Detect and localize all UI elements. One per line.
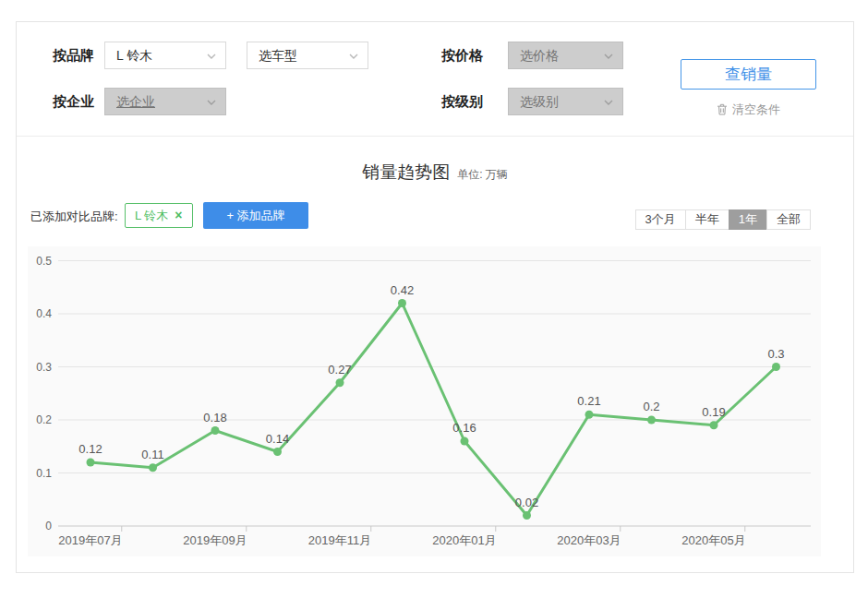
chart-data-point[interactable] <box>647 416 656 425</box>
range-button-halfyear[interactable]: 半年 <box>685 209 729 230</box>
time-range-group: 3个月 半年 1年 全部 <box>636 209 811 230</box>
chart-point-label: 0.27 <box>328 363 351 377</box>
chart-data-point[interactable] <box>585 411 594 419</box>
chart-data-point[interactable] <box>336 378 344 387</box>
add-brand-button[interactable]: + 添加品牌 <box>203 202 308 229</box>
brand-filter-label: 按品牌 <box>53 42 94 69</box>
price-filter-label: 按价格 <box>441 42 483 69</box>
chart-point-label: 0.18 <box>203 411 226 425</box>
chart-point-label: 0.19 <box>702 405 725 419</box>
chart-y-tick-label: 0.3 <box>36 361 52 374</box>
model-select-placeholder: 选车型 <box>259 48 297 63</box>
chart-x-tick-label: 2020年05月 <box>681 533 745 547</box>
chart-data-point[interactable] <box>149 463 157 472</box>
chart-data-point[interactable] <box>87 459 95 467</box>
level-select-disabled: 选级别 <box>508 88 623 115</box>
chart-y-tick-label: 0.4 <box>36 307 52 320</box>
chart-x-tick-label: 2019年09月 <box>183 533 247 547</box>
chart-point-label: 0.11 <box>141 448 163 461</box>
chart-x-tick-label: 2020年01月 <box>432 533 496 547</box>
company-filter-label: 按企业 <box>53 88 94 115</box>
price-select-disabled: 选价格 <box>508 42 623 69</box>
chart-point-label: 0.21 <box>577 394 600 408</box>
chart-y-tick-label: 0 <box>45 520 52 532</box>
chart-data-point[interactable] <box>398 299 406 307</box>
chart-x-tick-label: 2019年07月 <box>58 533 122 547</box>
filter-section: 按品牌 L 铃木 选车型 按价格 选价格 按企业 选企业 按级别 选级别 查销量… <box>17 22 853 137</box>
chart-data-point[interactable] <box>710 421 718 429</box>
chart-plot-background <box>28 246 821 556</box>
range-button-all[interactable]: 全部 <box>766 209 811 230</box>
brand-select-value: L 铃木 <box>116 48 152 63</box>
chart-x-tick-label: 2020年03月 <box>557 533 621 547</box>
chart-data-point[interactable] <box>461 437 469 446</box>
chart-y-tick-label: 0.5 <box>36 255 52 268</box>
model-select[interactable]: 选车型 <box>247 42 368 69</box>
tag-close-icon[interactable]: × <box>175 208 182 222</box>
chart-data-point[interactable] <box>211 426 220 435</box>
chart-point-label: 0.2 <box>643 400 659 413</box>
level-select-placeholder: 选级别 <box>520 94 559 109</box>
chart-unit-label: 单位: 万辆 <box>457 168 508 181</box>
brand-tag: L 铃木× <box>125 203 193 228</box>
range-button-3months[interactable]: 3个月 <box>635 209 686 230</box>
chevron-down-icon <box>349 54 358 59</box>
chart-canvas: 00.10.20.30.40.52019年07月2019年09月2019年11月… <box>28 246 821 556</box>
chart-x-tick-label: 2019年11月 <box>308 533 371 547</box>
brand-tag-label: L 铃木 <box>135 209 168 222</box>
clear-conditions-label: 清空条件 <box>732 102 780 116</box>
chart-data-point[interactable] <box>523 511 531 520</box>
company-select-placeholder: 选企业 <box>116 94 155 109</box>
chevron-down-icon <box>604 54 613 59</box>
chart-point-label: 0.3 <box>767 347 784 361</box>
chart-data-point[interactable] <box>273 448 282 456</box>
chart-y-tick-label: 0.1 <box>36 467 52 480</box>
chevron-down-icon <box>207 54 216 59</box>
level-filter-label: 按级别 <box>441 88 483 115</box>
chart-point-label: 0.42 <box>391 283 414 297</box>
clear-conditions-button[interactable]: 清空条件 <box>681 102 816 118</box>
trash-icon <box>717 103 728 115</box>
company-select-disabled: 选企业 <box>104 88 226 115</box>
chart-data-point[interactable] <box>772 363 780 371</box>
added-brands-label: 已添加对比品牌: <box>30 203 118 230</box>
chart-point-label: 0.16 <box>452 421 476 435</box>
sales-trend-chart: 00.10.20.30.40.52019年07月2019年09月2019年11月… <box>28 246 821 556</box>
search-sales-button[interactable]: 查销量 <box>681 59 816 90</box>
price-select-placeholder: 选价格 <box>520 48 559 63</box>
chart-title: 销量趋势图 <box>362 162 450 182</box>
chart-title-row: 销量趋势图单位: 万辆 <box>17 161 853 185</box>
chart-point-label: 0.12 <box>78 442 102 456</box>
chart-point-label: 0.02 <box>515 496 538 509</box>
chevron-down-icon <box>207 100 216 105</box>
chevron-down-icon <box>604 100 613 105</box>
main-panel: 按品牌 L 铃木 选车型 按价格 选价格 按企业 选企业 按级别 选级别 查销量… <box>16 21 854 573</box>
chart-y-tick-label: 0.2 <box>36 413 52 426</box>
range-button-1year[interactable]: 1年 <box>729 209 767 230</box>
brand-select[interactable]: L 铃木 <box>104 42 226 69</box>
chart-point-label: 0.14 <box>266 432 289 446</box>
